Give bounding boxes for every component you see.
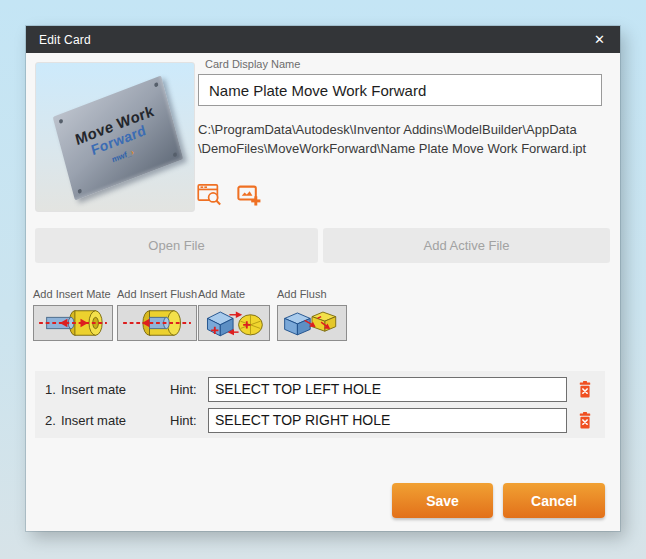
edit-card-dialog: Edit Card ✕ Move Work Forward mwf_› Card…	[26, 26, 620, 531]
insert-flush-icon	[121, 307, 193, 339]
add-image-button[interactable]	[235, 181, 262, 211]
image-plus-icon	[235, 181, 262, 208]
mate-row-1: 1. Insert mate Hint:	[45, 377, 592, 402]
mate-list-panel: 1. Insert mate Hint: 2. Insert mate Hint…	[35, 371, 605, 438]
mate-index: 2.	[45, 413, 61, 428]
close-icon[interactable]: ✕	[588, 30, 611, 49]
display-name-label: Card Display Name	[205, 58, 300, 70]
trash-x-icon	[578, 412, 592, 429]
title-bar[interactable]: Edit Card ✕	[26, 26, 620, 53]
file-search-icon	[196, 181, 223, 208]
hint-label: Hint:	[170, 382, 208, 397]
name-plate-image: Move Work Forward mwf_›	[53, 75, 184, 200]
mate-icon	[202, 307, 266, 339]
plate-screw-icon	[59, 119, 64, 124]
plate-screw-icon	[173, 152, 178, 157]
add-insert-flush-button[interactable]	[117, 305, 197, 341]
desktop-background: Edit Card ✕ Move Work Forward mwf_› Card…	[0, 0, 646, 559]
file-path-text: C:\ProgramData\Autodesk\Inventor Addins\…	[198, 120, 622, 158]
plate-screw-icon	[77, 189, 82, 194]
delete-mate-2-button[interactable]	[578, 412, 592, 429]
browse-file-button[interactable]	[196, 181, 223, 211]
tool-add-flush: Add Flush	[277, 288, 347, 341]
hint-input-2[interactable]	[208, 408, 567, 433]
file-path-line2: \DemoFiles\MoveWorkForward\Name Plate Mo…	[198, 139, 622, 158]
file-path-line1: C:\ProgramData\Autodesk\Inventor Addins\…	[198, 120, 622, 139]
mate-index: 1.	[45, 382, 61, 397]
delete-mate-1-button[interactable]	[578, 381, 592, 398]
tool-label: Add Insert Mate	[33, 288, 113, 300]
trash-x-icon	[578, 381, 592, 398]
tool-add-insert-mate: Add Insert Mate	[33, 288, 113, 341]
plate-screw-icon	[154, 82, 159, 87]
mate-type-label: Insert mate	[61, 413, 170, 428]
mate-type-label: Insert mate	[61, 382, 170, 397]
display-name-input[interactable]	[198, 74, 602, 106]
add-active-file-button[interactable]: Add Active File	[323, 228, 610, 263]
tool-add-mate: Add Mate	[198, 288, 270, 341]
cancel-button[interactable]: Cancel	[503, 483, 605, 518]
save-button[interactable]: Save	[392, 483, 493, 518]
open-file-button[interactable]: Open File	[35, 228, 318, 263]
flush-icon	[281, 307, 343, 339]
hint-input-1[interactable]	[208, 377, 567, 402]
dialog-title: Edit Card	[39, 33, 91, 47]
hint-label: Hint:	[170, 413, 208, 428]
insert-mate-icon	[37, 307, 109, 339]
add-flush-button[interactable]	[277, 305, 347, 341]
tool-label: Add Insert Flush	[117, 288, 197, 300]
card-thumbnail: Move Work Forward mwf_›	[35, 62, 195, 212]
tool-label: Add Mate	[198, 288, 270, 300]
tool-add-insert-flush: Add Insert Flush	[117, 288, 197, 341]
tool-label: Add Flush	[277, 288, 347, 300]
add-mate-button[interactable]	[198, 305, 270, 341]
add-insert-mate-button[interactable]	[33, 305, 113, 341]
mate-row-2: 2. Insert mate Hint:	[45, 408, 592, 433]
